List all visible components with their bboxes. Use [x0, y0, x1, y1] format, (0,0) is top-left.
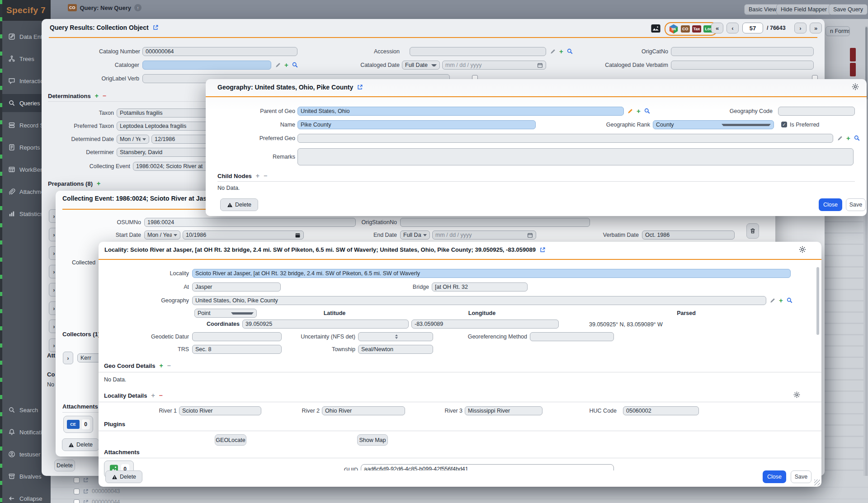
geolocate-button[interactable]: GEOLocate [215, 434, 246, 446]
is-preferred-checkbox[interactable]: ✓ [781, 122, 787, 127]
edit-pencil-icon[interactable] [275, 62, 281, 68]
name-field[interactable]: Pike County [297, 120, 536, 129]
determined-date-precision-select[interactable]: Mon / Year [117, 135, 149, 144]
start-date-precision-select[interactable]: Mon / Year [144, 230, 180, 240]
open-in-new-tab-icon[interactable] [357, 84, 363, 90]
uncertainty-stepper[interactable] [358, 332, 433, 341]
previous-record-button[interactable]: ‹ [726, 23, 739, 33]
gear-icon[interactable] [798, 245, 807, 254]
search-magnifier-icon[interactable] [292, 61, 298, 68]
stepper-arrows-icon[interactable] [395, 334, 430, 339]
osumno-field[interactable]: 1986:0024 [144, 218, 356, 227]
close-button[interactable]: Close [819, 198, 842, 211]
collection-object-badge-icon[interactable]: CO [681, 25, 690, 33]
add-icon[interactable]: + [159, 362, 163, 369]
river2-field[interactable]: Ohio River [322, 406, 405, 415]
row-checkbox[interactable] [74, 477, 80, 483]
end-date-precision-select[interactable]: Full Date [400, 230, 430, 240]
calendar-icon[interactable] [527, 232, 533, 238]
save-button[interactable]: Save [846, 198, 866, 211]
add-icon[interactable]: + [97, 180, 100, 187]
open-record-icon[interactable] [83, 489, 89, 494]
cataloged-date-field[interactable]: mm / dd / yyyy [442, 61, 546, 70]
origstationno-field[interactable] [400, 218, 590, 227]
remove-collecting-event-button[interactable] [746, 223, 759, 239]
save-query-button[interactable]: Save Query [829, 4, 868, 15]
origcatno-field[interactable] [671, 47, 814, 56]
open-in-new-tab-icon[interactable] [539, 247, 546, 253]
taxon-badge-icon[interactable]: Tax [692, 25, 702, 33]
close-button[interactable]: Close [763, 470, 786, 483]
calendar-icon[interactable] [295, 232, 301, 238]
river3-field[interactable]: Mississippi River [465, 406, 542, 415]
search-magnifier-icon[interactable] [644, 108, 651, 114]
add-icon[interactable]: + [95, 92, 99, 99]
show-map-button[interactable]: Show Map [357, 434, 388, 446]
add-icon[interactable]: + [846, 135, 850, 141]
resize-handle-icon[interactable] [814, 479, 820, 485]
gear-icon[interactable] [851, 83, 859, 91]
sidebar-item-collapse[interactable]: Collapse [2, 489, 51, 503]
edit-pencil-icon[interactable] [837, 135, 843, 141]
geodetic-datum-field[interactable] [192, 332, 282, 341]
remove-icon[interactable]: − [159, 392, 163, 399]
edit-pencil-icon[interactable] [550, 48, 556, 55]
show-images-icon[interactable] [651, 24, 660, 33]
collapse-tab-icon[interactable]: ↑ [134, 4, 142, 11]
open-record-icon[interactable] [83, 477, 89, 483]
delete-button[interactable]: Delete [62, 438, 99, 451]
expand-collector-button[interactable]: › [63, 352, 73, 364]
delete-button[interactable]: Delete [105, 470, 142, 483]
georeferencing-method-field[interactable] [530, 332, 614, 341]
record-number-input[interactable]: 57 [742, 23, 763, 33]
delete-button[interactable]: Delete [220, 198, 258, 211]
remove-icon[interactable]: − [167, 362, 171, 369]
edit-pencil-icon[interactable] [627, 108, 633, 114]
delete-button[interactable]: Delete [54, 460, 75, 471]
next-record-button[interactable]: › [794, 23, 807, 33]
tab-query-new-query[interactable]: CO Query: New Query ↑ [68, 4, 142, 11]
add-icon[interactable]: + [637, 108, 641, 114]
search-magnifier-icon[interactable] [786, 297, 793, 304]
huc-code-field[interactable]: 05060002 [623, 406, 699, 415]
longitude-field[interactable]: -83.059089 [411, 320, 559, 329]
remarks-field[interactable] [297, 148, 854, 165]
add-icon[interactable]: + [559, 48, 563, 55]
result-row[interactable]: 000000044 [74, 499, 120, 503]
at-field[interactable]: Jasper [192, 282, 281, 291]
geography-code-field[interactable] [778, 107, 855, 116]
bridge-field[interactable]: [at OH Rt. 32 [432, 282, 528, 291]
add-icon[interactable]: + [151, 392, 155, 399]
basic-view-button[interactable]: Basic View [744, 4, 781, 15]
open-record-icon[interactable] [83, 499, 89, 503]
result-row[interactable]: 000000043 [74, 488, 120, 494]
last-record-button[interactable]: » [810, 23, 822, 33]
open-in-new-tab-icon[interactable] [152, 24, 159, 31]
add-icon[interactable]: + [256, 172, 259, 179]
cataloger-field[interactable] [142, 61, 271, 70]
remove-icon[interactable]: − [103, 92, 106, 99]
first-record-button[interactable]: « [711, 23, 723, 33]
row-checkbox[interactable] [74, 499, 80, 503]
search-magnifier-icon[interactable] [566, 48, 573, 55]
catalog-number-field[interactable]: 000000064 [142, 47, 297, 56]
geographic-rank-select[interactable]: County [653, 120, 774, 129]
gear-icon[interactable] [793, 391, 801, 399]
preferred-geo-field[interactable] [297, 134, 833, 143]
trs-field[interactable]: Sec. 8 [192, 345, 282, 354]
catalog-number-link[interactable]: 000000044 [92, 499, 120, 503]
accession-field[interactable] [410, 47, 546, 56]
calendar-icon[interactable] [537, 62, 543, 68]
latitude-field[interactable]: 39.050925 [242, 320, 409, 329]
catalog-number-link[interactable]: 000000043 [92, 488, 120, 494]
cataloged-date-precision-select[interactable]: Full Date [402, 61, 440, 70]
guid-field[interactable]: aad6c6d9-92d6-4c85-b099-42f556f4bd41 [361, 464, 614, 470]
cataloged-date-verbatim-field[interactable] [671, 61, 814, 70]
symbiota-sn-icon[interactable]: SN [669, 24, 679, 34]
add-icon[interactable]: + [284, 62, 288, 68]
river1-field[interactable]: Scioto River [179, 406, 261, 415]
geography-field[interactable]: United States, Ohio, Pike County [192, 296, 766, 305]
save-button[interactable]: Save [791, 470, 811, 483]
township-field[interactable]: Seal/Newton [358, 345, 433, 354]
hide-field-mapper-button[interactable]: Hide Field Mapper [776, 4, 831, 15]
